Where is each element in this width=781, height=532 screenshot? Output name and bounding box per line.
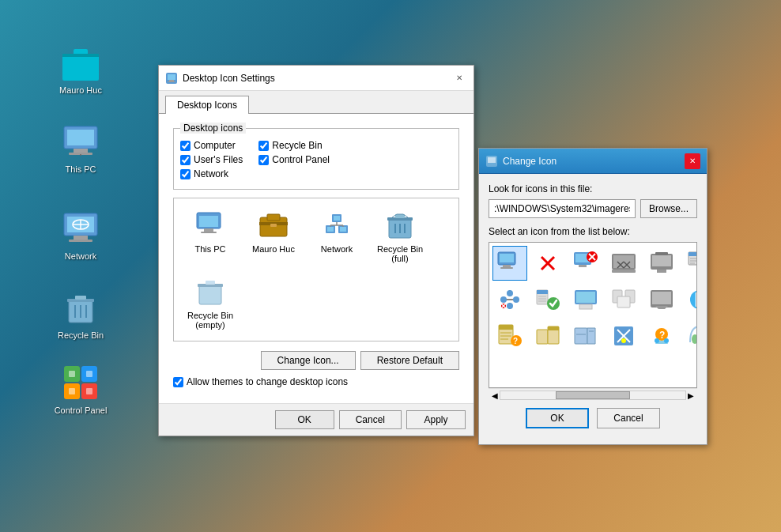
tab-desktop-icons[interactable]: Desktop Icons xyxy=(165,96,249,114)
svg-rect-138 xyxy=(537,330,548,344)
svg-rect-10 xyxy=(74,236,88,240)
grid-icon-2[interactable] xyxy=(530,246,565,281)
desktop: Mauro Huc This PC xyxy=(0,0,781,532)
grid-icon-22[interactable] xyxy=(682,319,697,353)
mauro-huc-icon xyxy=(62,43,100,81)
restore-default-button[interactable]: Restore Default xyxy=(360,351,459,370)
grid-icon-4[interactable] xyxy=(606,246,641,281)
svg-rect-124 xyxy=(652,292,671,304)
change-icon-buttons: OK Cancel xyxy=(489,402,697,435)
file-path-input[interactable] xyxy=(489,199,636,218)
svg-rect-31 xyxy=(169,80,174,81)
svg-rect-0 xyxy=(62,54,99,81)
checkbox-control-panel-input[interactable] xyxy=(258,155,269,165)
desktop-icon-settings-title: Desktop Icon Settings xyxy=(183,73,275,84)
group-box-label: Desktop icons xyxy=(180,123,246,134)
desktop-icon-recycle-bin[interactable]: Recycle Bin xyxy=(49,289,112,341)
svg-rect-77 xyxy=(612,270,636,273)
preview-mauro-huc[interactable]: Mauro Huc xyxy=(245,206,302,266)
svg-rect-4 xyxy=(67,130,94,145)
desktop-icon-control-panel-label: Control Panel xyxy=(55,405,108,416)
ok-button[interactable]: OK xyxy=(275,410,334,429)
svg-point-104 xyxy=(500,296,507,303)
grid-icon-10[interactable] xyxy=(530,282,565,317)
this-pc-icon xyxy=(62,123,100,160)
grid-icon-13[interactable] xyxy=(644,282,679,317)
svg-rect-132 xyxy=(499,325,513,330)
svg-rect-42 xyxy=(327,227,334,232)
grid-icon-20[interactable] xyxy=(606,319,641,353)
svg-rect-46 xyxy=(334,216,340,221)
grid-icon-21[interactable]: ? xyxy=(644,319,679,353)
svg-rect-71 xyxy=(579,265,587,267)
change-icon-button[interactable]: Change Icon... xyxy=(261,351,356,370)
change-icon-close-button[interactable]: ✕ xyxy=(685,153,700,169)
svg-rect-30 xyxy=(168,74,175,80)
checkbox-users-files-input[interactable] xyxy=(180,155,191,165)
desktop-icon-network-label: Network xyxy=(65,251,96,262)
file-path-row: Browse... xyxy=(489,199,697,218)
svg-rect-26 xyxy=(86,371,92,377)
svg-point-147 xyxy=(621,338,626,343)
svg-point-7 xyxy=(80,154,81,156)
scroll-left-btn[interactable]: ◀ xyxy=(492,391,498,400)
svg-point-154 xyxy=(692,334,697,344)
svg-rect-17 xyxy=(75,296,86,300)
network-icon xyxy=(62,209,100,247)
desktop-icon-network[interactable]: Network xyxy=(49,209,112,262)
preview-network[interactable]: Network xyxy=(308,206,365,266)
svg-rect-28 xyxy=(86,388,92,394)
desktop-icon-this-pc[interactable]: This PC xyxy=(49,123,112,175)
close-button[interactable]: ✕ xyxy=(451,70,467,86)
window-controls: ✕ xyxy=(451,70,467,86)
grid-icon-11[interactable] xyxy=(568,282,603,317)
scroll-right-btn[interactable]: ▶ xyxy=(688,391,694,400)
desktop-icons-group: Desktop icons Computer User's Files xyxy=(173,128,459,190)
svg-rect-2 xyxy=(62,54,99,57)
desktop-icon-settings-window: Desktop Icon Settings ✕ Desktop Icons De… xyxy=(158,65,474,436)
checkbox-computer: Computer xyxy=(180,140,243,151)
change-icon-ok-button[interactable]: OK xyxy=(526,408,589,428)
svg-rect-65 xyxy=(503,265,511,267)
browse-button[interactable]: Browse... xyxy=(640,199,697,218)
svg-rect-141 xyxy=(575,328,587,344)
svg-rect-62 xyxy=(488,157,496,163)
checkbox-computer-input[interactable] xyxy=(180,141,191,151)
checkbox-recycle-bin-input[interactable] xyxy=(258,141,269,151)
change-icon-cancel-button[interactable]: Cancel xyxy=(597,408,660,428)
preview-this-pc[interactable]: This PC xyxy=(182,206,239,266)
checkbox-recycle-bin-label: Recycle Bin xyxy=(272,140,322,151)
cancel-button[interactable]: Cancel xyxy=(339,410,402,429)
allow-themes-checkbox[interactable] xyxy=(173,377,183,387)
grid-icon-3[interactable] xyxy=(568,246,603,281)
grid-icon-14[interactable] xyxy=(682,282,697,317)
desktop-icon-control-panel[interactable]: Control Panel xyxy=(49,364,112,416)
preview-network-label: Network xyxy=(321,244,353,254)
svg-rect-36 xyxy=(201,232,217,233)
change-icon-title-icon xyxy=(485,155,498,168)
grid-icon-18[interactable] xyxy=(530,319,565,353)
change-icon-body: Look for icons in this file: Browse... S… xyxy=(479,174,707,444)
scrollbar-track[interactable] xyxy=(500,391,686,400)
grid-icon-6[interactable] xyxy=(682,246,697,281)
grid-icon-19[interactable] xyxy=(568,319,603,353)
grid-icon-12[interactable] xyxy=(606,282,641,317)
grid-icon-17[interactable]: ? xyxy=(492,319,527,353)
preview-recycle-empty[interactable]: Recycle Bin (empty) xyxy=(182,273,239,333)
grid-icon-1[interactable] xyxy=(492,246,527,281)
preview-recycle-full-icon xyxy=(384,209,416,241)
preview-recycle-full[interactable]: Recycle Bin (full) xyxy=(372,206,428,266)
grid-icon-5[interactable] xyxy=(644,246,679,281)
svg-point-106 xyxy=(507,290,513,296)
desktop-icon-mauro-huc[interactable]: Mauro Huc xyxy=(49,43,112,96)
svg-rect-66 xyxy=(500,267,513,269)
svg-rect-83 xyxy=(652,255,671,266)
svg-rect-54 xyxy=(395,214,405,218)
checkbox-network-input[interactable] xyxy=(180,169,191,179)
checkbox-recycle-bin: Recycle Bin xyxy=(258,140,330,151)
change-icon-titlebar: Change Icon ✕ xyxy=(479,149,707,174)
scrollbar-thumb xyxy=(556,391,630,399)
apply-button[interactable]: Apply xyxy=(406,410,466,429)
grid-icon-9[interactable] xyxy=(492,282,527,317)
svg-rect-119 xyxy=(579,304,592,309)
